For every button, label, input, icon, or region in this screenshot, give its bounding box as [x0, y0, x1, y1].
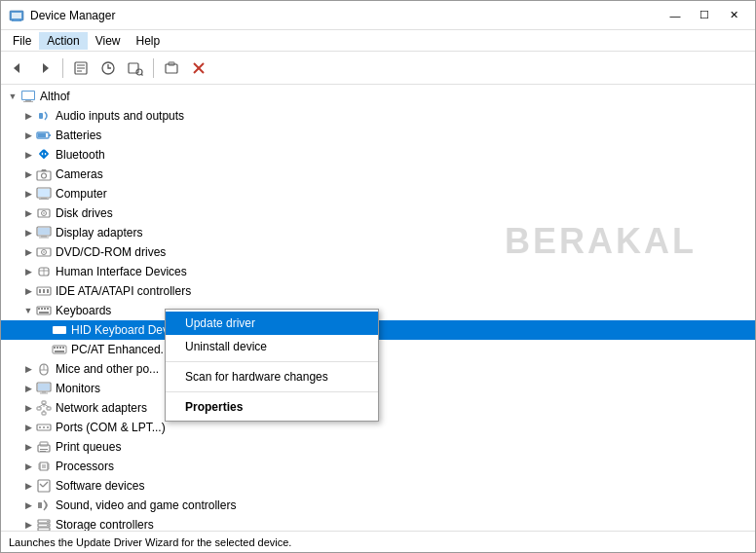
- expand-sound[interactable]: ▶: [20, 498, 36, 513]
- menu-view[interactable]: View: [88, 32, 129, 50]
- svg-rect-50: [38, 308, 40, 310]
- expand-software[interactable]: ▶: [20, 478, 36, 494]
- toolbar: [1, 52, 755, 85]
- expand-keyboards[interactable]: ▼: [20, 303, 36, 318]
- svg-line-100: [43, 482, 48, 487]
- svg-rect-60: [55, 331, 64, 333]
- tree-label-cameras: Cameras: [56, 167, 103, 181]
- tree-item-cameras[interactable]: ▶ Cameras: [1, 165, 755, 184]
- tree-item-diskdrives[interactable]: ▶ Disk drives: [1, 203, 755, 223]
- ide-icon: [36, 283, 52, 299]
- tree-item-displayadapters[interactable]: ▶ Display adapters: [1, 223, 755, 242]
- context-menu-uninstall-device[interactable]: Uninstall device: [166, 335, 378, 358]
- title-bar-controls: — ☐ ✕: [662, 6, 747, 25]
- context-menu-sep1: [166, 361, 378, 362]
- disk-icon: [36, 205, 52, 221]
- svg-rect-29: [38, 189, 50, 197]
- bluetooth-icon: [36, 147, 52, 163]
- tree-item-althof[interactable]: ▼ Althof: [1, 87, 755, 106]
- tree-item-storage[interactable]: ▶ Storage controllers: [1, 515, 755, 531]
- svg-rect-56: [54, 327, 56, 329]
- uninstall-icon: [191, 60, 207, 76]
- svg-rect-101: [38, 502, 42, 508]
- tree-item-printqueues[interactable]: ▶ Print queues: [1, 437, 755, 457]
- tree-item-dvd[interactable]: ▶ DVD/CD-ROM drives: [1, 242, 755, 262]
- expand-computer[interactable]: ▶: [20, 186, 36, 202]
- sound-icon: [36, 498, 52, 513]
- tree-item-batteries[interactable]: ▶ Batteries: [1, 126, 755, 145]
- print-icon: [36, 439, 52, 455]
- svg-rect-19: [22, 92, 34, 99]
- minimize-button[interactable]: —: [662, 6, 689, 25]
- toolbar-back[interactable]: [5, 55, 30, 81]
- expand-ideata[interactable]: ▶: [20, 283, 36, 299]
- svg-rect-89: [40, 451, 46, 452]
- svg-rect-54: [39, 312, 49, 313]
- expand-diskdrives[interactable]: ▶: [20, 205, 36, 221]
- toolbar-add-legacy[interactable]: [159, 55, 184, 81]
- expand-bluetooth[interactable]: ▶: [20, 147, 36, 163]
- expand-mice[interactable]: ▶: [20, 361, 36, 377]
- toolbar-scan[interactable]: [123, 55, 148, 81]
- expand-storage[interactable]: ▶: [20, 517, 36, 531]
- svg-rect-71: [38, 384, 50, 390]
- tree-item-sound[interactable]: ▶ Sound, video and game controllers: [1, 496, 755, 515]
- expand-printqueues[interactable]: ▶: [20, 439, 36, 455]
- title-bar-left: Device Manager: [9, 8, 115, 23]
- expand-hid[interactable]: ▶: [20, 264, 36, 279]
- expand-processors[interactable]: ▶: [20, 459, 36, 474]
- expand-displayadapters[interactable]: ▶: [20, 225, 36, 240]
- close-button[interactable]: ✕: [720, 6, 747, 25]
- tree-view[interactable]: ▼ Althof ▶ Audio inputs and outputs ▶: [1, 85, 755, 531]
- tree-label-audio: Audio inputs and outputs: [56, 109, 184, 123]
- expand-cameras[interactable]: ▶: [20, 166, 36, 182]
- toolbar-properties[interactable]: [68, 55, 94, 81]
- tree-item-processors[interactable]: ▶ Processors: [1, 457, 755, 476]
- tree-item-computer[interactable]: ▶ Computer: [1, 184, 755, 203]
- audio-icon: [36, 108, 52, 124]
- tree-label-computer: Computer: [56, 187, 107, 201]
- tree-item-audio[interactable]: ▶ Audio inputs and outputs: [1, 106, 755, 126]
- expand-network[interactable]: ▶: [20, 400, 36, 416]
- expand-monitors[interactable]: ▶: [20, 381, 36, 396]
- context-menu-update-driver[interactable]: Update driver: [166, 312, 378, 335]
- svg-line-99: [40, 484, 43, 487]
- tree-item-software[interactable]: ▶ Software devices: [1, 476, 755, 496]
- expand-batteries[interactable]: ▶: [20, 128, 36, 143]
- toolbar-uninstall[interactable]: [186, 55, 211, 81]
- dvd-icon: [36, 244, 52, 260]
- menu-help[interactable]: Help: [129, 32, 169, 50]
- expand-dvd[interactable]: ▶: [20, 244, 36, 260]
- no-expand: [36, 322, 52, 338]
- expand-audio[interactable]: ▶: [20, 108, 36, 124]
- svg-rect-104: [38, 528, 50, 531]
- context-menu-properties[interactable]: Properties: [166, 395, 378, 419]
- properties-icon: [73, 60, 89, 76]
- tree-item-bluetooth[interactable]: ▶ Bluetooth: [1, 145, 755, 165]
- expand-ports[interactable]: ▶: [20, 420, 36, 435]
- tree-label-batteries: Batteries: [56, 129, 101, 142]
- tree-label-althof: Althof: [40, 90, 70, 103]
- svg-rect-77: [42, 412, 46, 415]
- tree-item-hid[interactable]: ▶ Human Interface Devices: [1, 262, 755, 281]
- display-icon: [36, 225, 52, 240]
- hid-icon: [36, 264, 52, 279]
- tree-label-mice: Mice and other po...: [56, 362, 159, 376]
- tree-item-ideata[interactable]: ▶ IDE ATA/ATAPI controllers: [1, 281, 755, 301]
- svg-rect-58: [59, 327, 61, 329]
- tree-label-hid: Human Interface Devices: [56, 265, 187, 278]
- maximize-button[interactable]: ☐: [691, 6, 718, 25]
- context-menu-scan[interactable]: Scan for hardware changes: [166, 365, 378, 388]
- svg-point-84: [43, 426, 45, 428]
- tree-label-network: Network adapters: [56, 401, 147, 415]
- menu-file[interactable]: File: [5, 32, 39, 50]
- toolbar-update[interactable]: [95, 55, 121, 81]
- svg-rect-38: [39, 238, 49, 239]
- menu-action[interactable]: Action: [39, 32, 87, 50]
- toolbar-sep1: [62, 58, 63, 78]
- software-icon: [36, 478, 52, 494]
- toolbar-forward[interactable]: [32, 55, 57, 81]
- no-expand2: [36, 342, 52, 357]
- expand-althof[interactable]: ▼: [5, 89, 20, 104]
- svg-rect-36: [38, 228, 50, 235]
